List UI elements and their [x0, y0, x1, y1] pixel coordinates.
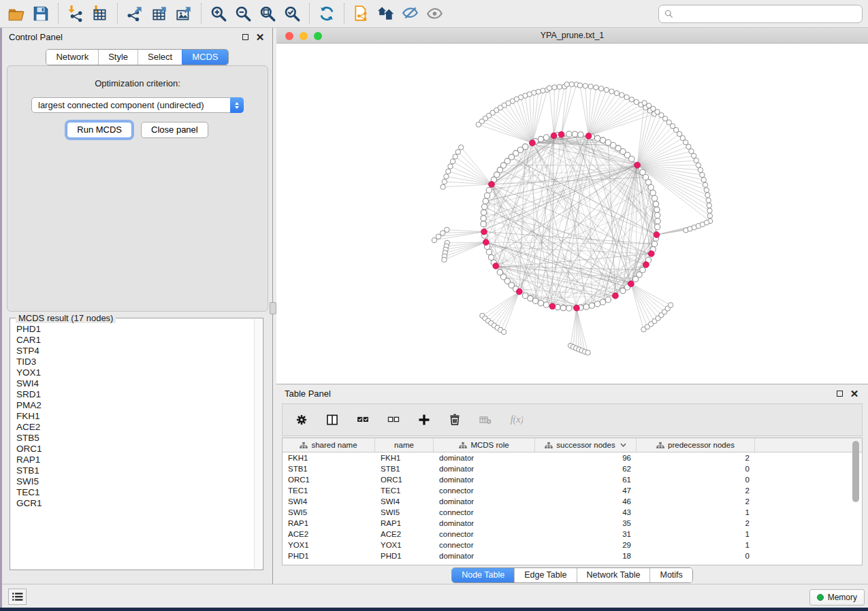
hide-selected-eye-slash-button[interactable]: [398, 2, 423, 25]
ring-node[interactable]: [653, 201, 658, 207]
table-row[interactable]: TEC1TEC1connector472: [283, 485, 862, 496]
gear-button[interactable]: [293, 412, 310, 428]
column-header-predecessor-nodes[interactable]: predecessor nodes: [637, 438, 755, 452]
window-close-traffic-light[interactable]: [285, 32, 293, 40]
leaf-node[interactable]: [444, 174, 449, 179]
mcds-hub-node[interactable]: [516, 288, 522, 295]
deselect-all-button[interactable]: [385, 412, 402, 428]
leaf-node[interactable]: [583, 84, 588, 88]
ring-node[interactable]: [640, 169, 645, 175]
ring-node[interactable]: [486, 187, 492, 193]
leaf-node[interactable]: [620, 93, 624, 97]
mcds-hub-node[interactable]: [489, 182, 495, 188]
table-row[interactable]: STB1STB1dominator620: [283, 463, 862, 474]
tab-network-table[interactable]: Network Table: [577, 568, 650, 582]
leaf-node[interactable]: [459, 145, 464, 150]
mcds-result-item[interactable]: RAP1: [16, 455, 254, 465]
mcds-result-item[interactable]: STB5: [16, 433, 254, 444]
zoom-out-button[interactable]: [231, 2, 255, 25]
leaf-node[interactable]: [450, 159, 455, 164]
search-box[interactable]: [658, 5, 863, 23]
leaf-node[interactable]: [701, 178, 706, 182]
column-header-MCDS-role[interactable]: MCDS role: [434, 438, 535, 452]
leaf-node[interactable]: [440, 184, 445, 189]
leaf-node[interactable]: [588, 84, 593, 89]
mcds-result-item[interactable]: TID3: [16, 357, 254, 367]
delete-button[interactable]: [447, 412, 463, 428]
home-button[interactable]: [374, 2, 398, 25]
import-network-button[interactable]: [63, 2, 88, 25]
mcds-hub-node[interactable]: [549, 303, 556, 310]
leaf-node[interactable]: [624, 95, 629, 99]
tab-network[interactable]: Network: [46, 50, 98, 65]
mcds-hub-node[interactable]: [493, 263, 499, 269]
table-row[interactable]: YOX1YOX1connector291: [283, 540, 862, 550]
refresh-button[interactable]: [315, 2, 339, 25]
search-input[interactable]: [677, 7, 862, 22]
leaf-node[interactable]: [634, 99, 639, 104]
mcds-hub-node[interactable]: [483, 240, 489, 246]
ring-node[interactable]: [482, 204, 487, 210]
ring-node[interactable]: [594, 135, 600, 141]
leaf-node[interactable]: [577, 83, 582, 88]
mcds-result-item[interactable]: STB1: [16, 465, 254, 476]
close-table-panel-button[interactable]: ✕: [849, 388, 860, 399]
ring-node[interactable]: [481, 216, 486, 221]
tab-style[interactable]: Style: [98, 50, 138, 65]
leaf-node[interactable]: [432, 237, 436, 242]
leaf-node[interactable]: [604, 87, 609, 92]
ring-node[interactable]: [594, 301, 600, 307]
ring-node[interactable]: [538, 136, 543, 142]
leaf-node[interactable]: [696, 163, 701, 167]
mcds-result-item[interactable]: SWI4: [16, 378, 254, 389]
ring-node[interactable]: [605, 297, 611, 302]
table-row[interactable]: ACE2ACE2connector311: [283, 529, 862, 540]
leaf-node[interactable]: [609, 89, 614, 94]
table-row[interactable]: RAP1RAP1dominator352: [283, 518, 862, 529]
leaf-node[interactable]: [691, 153, 696, 158]
save-button[interactable]: [29, 2, 53, 25]
mcds-result-item[interactable]: TEC1: [16, 487, 254, 498]
leaf-node[interactable]: [445, 227, 449, 232]
leaf-node[interactable]: [557, 84, 562, 89]
leaf-node[interactable]: [501, 329, 506, 334]
leaf-node[interactable]: [448, 164, 453, 169]
ring-node[interactable]: [640, 267, 645, 273]
ring-node[interactable]: [543, 302, 549, 308]
ring-node[interactable]: [483, 198, 488, 203]
leaf-node[interactable]: [698, 167, 703, 172]
tab-mcds[interactable]: MCDS: [182, 50, 227, 65]
ring-node[interactable]: [566, 131, 572, 137]
column-header-successor-nodes[interactable]: successor nodes: [535, 438, 637, 452]
mcds-result-item[interactable]: GCR1: [16, 498, 254, 509]
leaf-node[interactable]: [564, 82, 569, 86]
ring-node[interactable]: [648, 184, 654, 190]
ring-node[interactable]: [605, 139, 611, 145]
close-panel-button-mcds[interactable]: Close panel: [141, 122, 208, 138]
ring-node[interactable]: [583, 304, 589, 310]
mcds-result-item[interactable]: ORC1: [16, 444, 254, 455]
table-scrollbar-thumb[interactable]: [852, 441, 859, 502]
mcds-hub-node[interactable]: [613, 293, 619, 299]
ring-node[interactable]: [655, 218, 660, 224]
window-minimize-traffic-light[interactable]: [300, 32, 308, 40]
ring-node[interactable]: [528, 295, 533, 301]
leaf-node[interactable]: [707, 214, 712, 218]
zoom-selected-button[interactable]: [280, 2, 304, 25]
export-table-button[interactable]: [147, 2, 172, 25]
mcds-hub-node[interactable]: [634, 162, 641, 168]
float-panel-button[interactable]: [240, 31, 251, 42]
leaf-node[interactable]: [440, 231, 445, 235]
network-canvas[interactable]: [276, 44, 868, 384]
ring-node[interactable]: [652, 195, 657, 201]
tab-node-table[interactable]: Node Table: [452, 568, 514, 582]
leaf-node[interactable]: [704, 220, 709, 225]
ring-node[interactable]: [555, 304, 560, 310]
zoom-fit-button[interactable]: [255, 2, 280, 25]
leaf-node[interactable]: [442, 179, 447, 184]
leaf-node[interactable]: [569, 82, 574, 86]
leaf-node[interactable]: [703, 182, 707, 187]
ring-node[interactable]: [650, 190, 656, 195]
ring-node[interactable]: [538, 300, 543, 306]
mcds-result-item[interactable]: YOX1: [16, 367, 254, 378]
